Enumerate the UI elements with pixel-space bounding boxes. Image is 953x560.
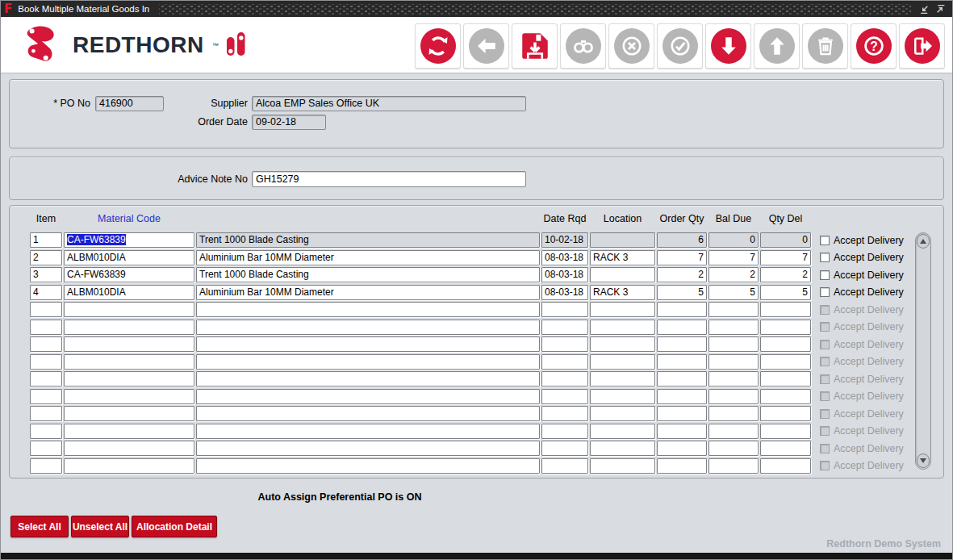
- cell-location[interactable]: [590, 424, 655, 439]
- order-date-field[interactable]: 09-02-18: [252, 115, 326, 130]
- cell-qty-del[interactable]: 2: [760, 267, 811, 282]
- cell-qty-del[interactable]: [760, 458, 811, 474]
- po-no-field[interactable]: 416900: [95, 96, 164, 111]
- cell-material-code[interactable]: ALBM010DIA: [64, 250, 194, 265]
- cell-description[interactable]: [196, 336, 540, 352]
- select-all-button[interactable]: Select All: [10, 516, 69, 537]
- cell-material-code[interactable]: [64, 406, 194, 421]
- cell-item[interactable]: 3: [30, 267, 62, 282]
- accept-delivery-checkbox[interactable]: [820, 270, 830, 280]
- cell-order-qty[interactable]: 2: [657, 267, 707, 282]
- cell-qty-del[interactable]: 5: [760, 285, 811, 300]
- cell-material-code[interactable]: CA-FW63839: [64, 232, 194, 248]
- cell-material-code[interactable]: [64, 320, 194, 335]
- cell-date-rqd[interactable]: [541, 389, 588, 404]
- cell-material-code[interactable]: [64, 354, 194, 370]
- accept-delivery-checkbox[interactable]: [820, 340, 830, 349]
- cell-material-code[interactable]: [64, 302, 194, 317]
- next-record-button[interactable]: [705, 23, 751, 69]
- cell-date-rqd[interactable]: [541, 406, 588, 421]
- cell-location[interactable]: [590, 336, 655, 352]
- cell-order-qty[interactable]: [657, 371, 707, 387]
- back-button[interactable]: [463, 23, 509, 69]
- cell-material-code[interactable]: [64, 441, 194, 456]
- cell-bal-due[interactable]: 5: [708, 285, 759, 300]
- cell-qty-del[interactable]: 0: [760, 232, 811, 248]
- cell-date-rqd[interactable]: [541, 458, 588, 474]
- cell-location[interactable]: RACK 3: [590, 250, 655, 265]
- refresh-button[interactable]: [415, 23, 461, 69]
- cell-location[interactable]: [590, 389, 655, 404]
- restore-down-icon[interactable]: [919, 4, 930, 15]
- cell-bal-due[interactable]: [708, 458, 759, 474]
- cell-location[interactable]: [590, 441, 655, 456]
- cell-item[interactable]: 1: [30, 232, 62, 248]
- accept-delivery-checkbox[interactable]: [820, 253, 830, 262]
- cell-item[interactable]: 2: [30, 250, 62, 265]
- scroll-down-button[interactable]: [917, 453, 930, 468]
- cell-qty-del[interactable]: [760, 424, 811, 439]
- cell-bal-due[interactable]: [708, 371, 759, 387]
- save-button[interactable]: [512, 23, 558, 69]
- accept-delivery-checkbox[interactable]: [820, 426, 830, 436]
- exit-button[interactable]: [899, 23, 945, 69]
- cell-material-code[interactable]: [64, 371, 194, 387]
- cell-date-rqd[interactable]: [541, 371, 588, 387]
- accept-delivery-checkbox[interactable]: [820, 236, 830, 245]
- accept-delivery-checkbox[interactable]: [820, 374, 830, 384]
- cell-qty-del[interactable]: [760, 336, 811, 352]
- cell-location[interactable]: RACK 3: [590, 285, 655, 300]
- cell-description[interactable]: [196, 424, 540, 439]
- accept-delivery-checkbox[interactable]: [820, 357, 830, 366]
- cell-date-rqd[interactable]: [541, 424, 588, 439]
- accept-delivery-checkbox[interactable]: [820, 305, 830, 315]
- cell-item[interactable]: [30, 424, 62, 439]
- cell-bal-due[interactable]: 0: [708, 232, 759, 248]
- cell-qty-del[interactable]: [760, 371, 811, 387]
- cell-date-rqd[interactable]: 10-02-18: [541, 232, 588, 248]
- cell-qty-del[interactable]: [760, 389, 811, 404]
- cell-description[interactable]: Trent 1000 Blade Casting: [196, 267, 540, 282]
- cell-order-qty[interactable]: [657, 389, 707, 404]
- supplier-field[interactable]: Alcoa EMP Sales Office UK: [252, 96, 526, 111]
- cell-qty-del[interactable]: [760, 354, 811, 370]
- cell-bal-due[interactable]: [708, 336, 759, 352]
- cell-description[interactable]: [196, 371, 540, 387]
- cell-description[interactable]: [196, 320, 540, 335]
- cell-order-qty[interactable]: [657, 424, 707, 439]
- cell-item[interactable]: [30, 302, 62, 317]
- cell-bal-due[interactable]: [708, 320, 759, 335]
- cell-material-code[interactable]: CA-FW63839: [64, 267, 194, 282]
- cell-date-rqd[interactable]: [541, 302, 588, 317]
- cell-bal-due[interactable]: [708, 302, 759, 317]
- cell-qty-del[interactable]: [760, 441, 811, 456]
- cell-order-qty[interactable]: [657, 354, 707, 370]
- cell-bal-due[interactable]: 2: [708, 267, 759, 282]
- cell-item[interactable]: [30, 371, 62, 387]
- cell-item[interactable]: [30, 389, 62, 404]
- cell-date-rqd[interactable]: [541, 336, 588, 352]
- cell-description[interactable]: [196, 302, 540, 317]
- cell-bal-due[interactable]: [708, 354, 759, 370]
- cell-qty-del[interactable]: [760, 302, 811, 317]
- accept-delivery-checkbox[interactable]: [820, 391, 830, 401]
- cell-order-qty[interactable]: [657, 406, 707, 421]
- cell-bal-due[interactable]: [708, 441, 759, 456]
- find-button[interactable]: [560, 23, 606, 69]
- cell-material-code[interactable]: [64, 458, 194, 474]
- cell-material-code[interactable]: [64, 389, 194, 404]
- cell-date-rqd[interactable]: 08-03-18: [541, 267, 588, 282]
- cell-description[interactable]: Aluminium Bar 10MM Diameter: [196, 250, 540, 265]
- cell-order-qty[interactable]: [657, 320, 707, 335]
- cell-description[interactable]: Aluminium Bar 10MM Diameter: [196, 285, 540, 300]
- cell-date-rqd[interactable]: 08-03-18: [541, 285, 588, 300]
- cell-item[interactable]: [30, 336, 62, 352]
- cell-item[interactable]: [30, 354, 62, 370]
- cell-order-qty[interactable]: 6: [657, 232, 707, 248]
- cell-location[interactable]: [590, 354, 655, 370]
- accept-delivery-checkbox[interactable]: [820, 322, 830, 332]
- cell-date-rqd[interactable]: [541, 354, 588, 370]
- header-material-code[interactable]: Material Code: [64, 213, 194, 224]
- cell-item[interactable]: [30, 441, 62, 456]
- accept-delivery-checkbox[interactable]: [820, 444, 830, 453]
